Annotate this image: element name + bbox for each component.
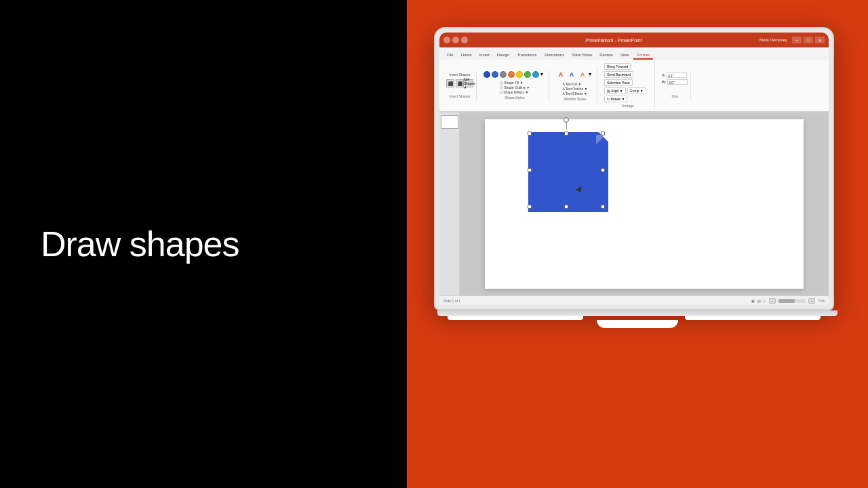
handle-top-right[interactable]: [601, 131, 605, 136]
laptop-hinge: [437, 310, 837, 316]
tab-view[interactable]: View: [617, 52, 633, 60]
tab-file[interactable]: File: [443, 52, 457, 60]
group-btn[interactable]: Group ▼: [627, 87, 646, 94]
shape-selected[interactable]: [526, 129, 607, 211]
maximize-btn[interactable]: □: [804, 37, 813, 43]
tab-animations[interactable]: Animations: [541, 52, 568, 60]
bring-forward-btn[interactable]: Bring Forward: [604, 63, 631, 70]
window-title: PresentationI - PowerPoint: [468, 38, 760, 43]
title-bar-left: [443, 37, 468, 43]
height-field-row: H: 3.1": [662, 73, 688, 78]
wordart-btn-blue[interactable]: A: [567, 70, 576, 79]
title-bar: PresentationI - PowerPoint Molly Dempsey…: [439, 33, 829, 47]
arrange-btns: Bring Forward Send Backward Selection Pa…: [604, 63, 652, 102]
laptop-feet: [434, 316, 834, 320]
tab-review[interactable]: Review: [596, 52, 616, 60]
handle-bottom-left[interactable]: [528, 205, 532, 209]
laptop-stand-bottom: [434, 320, 841, 328]
corner-fold: [596, 135, 606, 144]
color-circle-orange[interactable]: [508, 71, 515, 78]
blue-rectangle-shape: [528, 132, 608, 212]
arrange-label: Arrange: [622, 104, 634, 108]
send-backward-btn[interactable]: Send Backward: [604, 71, 633, 78]
more-styles-btn[interactable]: ▾: [540, 71, 546, 78]
zoom-out-btn[interactable]: −: [769, 298, 776, 304]
shape-fill-btn[interactable]: ▢ Shape Fill ▼: [500, 81, 530, 85]
size-label: Size: [671, 94, 678, 98]
color-circle-yellow[interactable]: [516, 71, 523, 78]
tab-insert[interactable]: Insert: [476, 52, 493, 60]
text-options: A Text Fill ▼ A Text Outline ▼ A Text Ef…: [562, 82, 587, 96]
ribbon-group-shape-styles: ▾ ▢ Shape Fill ▼ ▢ Shape Outline ▼ ◇ Sha…: [481, 70, 549, 101]
user-label: Molly Dempsey: [760, 38, 787, 42]
window-icon-2: [452, 37, 459, 43]
slide-thumb-1[interactable]: [441, 115, 458, 129]
edit-shapes-btn[interactable]: Edit Shapes ▼: [465, 79, 473, 87]
shape-tools-row: ⬛ ⬛ Edit Shapes ▼: [446, 79, 473, 87]
text-outline-btn[interactable]: A Text Outline ▼: [562, 87, 587, 91]
text-fill-btn[interactable]: A Text Fill ▼: [562, 82, 587, 86]
handle-top-middle[interactable]: [564, 131, 568, 136]
tab-transitions[interactable]: Transitions: [513, 52, 540, 60]
slide-canvas-wrapper: [460, 113, 829, 296]
handle-bottom-middle[interactable]: [564, 205, 568, 209]
handle-bottom-right[interactable]: [601, 205, 605, 209]
right-panel: PresentationI - PowerPoint Molly Dempsey…: [407, 0, 868, 488]
view-reading-btn[interactable]: ▤: [757, 299, 761, 303]
handle-top-left[interactable]: [528, 131, 532, 136]
rotate-handle[interactable]: [564, 117, 569, 123]
width-input[interactable]: 3.0": [667, 79, 688, 85]
view-normal-btn[interactable]: ▣: [751, 299, 755, 303]
ribbon-group-arrange: Bring Forward Send Backward Selection Pa…: [601, 62, 655, 109]
tab-home[interactable]: Home: [458, 52, 475, 60]
color-circles: ▾: [484, 71, 546, 78]
wordart-btn-orange[interactable]: A: [578, 70, 587, 79]
shape-outline-btn[interactable]: ▢ Shape Outline ▼: [500, 85, 530, 89]
view-slideshow-btn[interactable]: ▷: [764, 299, 766, 303]
shape-options: ▢ Shape Fill ▼ ▢ Shape Outline ▼ ◇ Shape…: [500, 81, 530, 94]
tab-design[interactable]: Design: [494, 52, 513, 60]
width-field-row: W: 3.0": [662, 79, 688, 85]
minimize-btn[interactable]: ─: [792, 37, 802, 43]
color-circle-gray[interactable]: [500, 71, 507, 78]
laptop: PresentationI - PowerPoint Molly Dempsey…: [434, 27, 841, 328]
slides-panel: [439, 113, 460, 296]
laptop-stand-center: [597, 320, 678, 328]
handle-middle-right[interactable]: [601, 168, 605, 172]
shape-tool-2[interactable]: ⬛: [456, 79, 464, 87]
slide-canvas[interactable]: [485, 119, 804, 289]
slide-area: [439, 113, 829, 296]
selection-pane-btn[interactable]: Selection Pane: [604, 79, 633, 86]
rotate-btn[interactable]: ↻ Rotate ▼: [604, 96, 627, 102]
zoom-in-btn[interactable]: +: [808, 298, 815, 304]
left-panel: Draw shapes: [0, 0, 407, 488]
window-icons: [443, 37, 468, 43]
close-btn[interactable]: ✕: [815, 37, 825, 43]
shape-effects-btn[interactable]: ◇ Shape Effects ▼: [500, 90, 530, 94]
text-effects-btn[interactable]: A Text Effects ▼: [562, 92, 587, 96]
wordart-btns: A A A ▾: [556, 70, 594, 79]
align-btn[interactable]: ▤ Align ▼: [604, 87, 626, 94]
ribbon-tabs: File Home Insert Design Transitions Anim…: [439, 47, 829, 60]
zoom-level-label: 71%: [818, 299, 825, 303]
zoom-slider[interactable]: [778, 299, 806, 303]
color-circle-green[interactable]: [524, 71, 531, 78]
color-circle-blue-dark[interactable]: [484, 71, 490, 78]
ribbon: File Home Insert Design Transitions Anim…: [439, 47, 829, 113]
tab-format[interactable]: Format: [633, 52, 653, 60]
shape-tool-1[interactable]: ⬛: [446, 79, 454, 87]
color-circle-blue[interactable]: [492, 71, 498, 78]
height-input[interactable]: 3.1": [667, 73, 687, 78]
laptop-screen: PresentationI - PowerPoint Molly Dempsey…: [434, 27, 834, 310]
laptop-base: [434, 310, 841, 316]
tab-slideshow[interactable]: Slide Show: [568, 52, 595, 60]
ribbon-group-wordart: A A A ▾ A Text Fill ▼ A Text Outline ▼ A…: [553, 68, 597, 102]
laptop-foot-left: [448, 316, 583, 320]
wordart-btn-red[interactable]: A: [556, 70, 566, 79]
ribbon-group-size: H: 3.1" W: 3.0" Size: [659, 71, 691, 100]
handle-middle-left[interactable]: [528, 168, 532, 172]
size-fields: H: 3.1" W: 3.0": [662, 73, 688, 85]
more-wordart-btn[interactable]: ▾: [589, 71, 594, 78]
color-circle-teal[interactable]: [532, 71, 539, 78]
status-slide-count: Slide 1 of 1: [443, 299, 460, 303]
